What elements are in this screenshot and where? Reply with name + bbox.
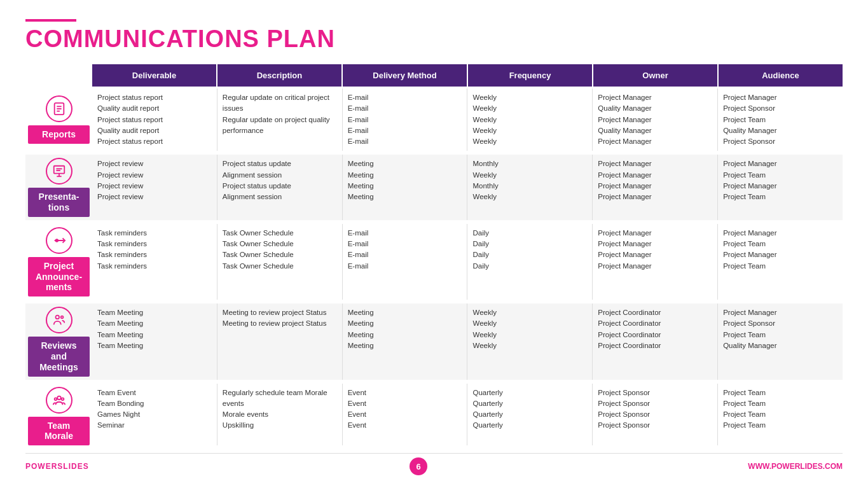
announcements-description: Task Owner ScheduleTask Owner ScheduleTa… (217, 224, 343, 300)
reports-description: Regular update on critical project issue… (217, 88, 343, 151)
footer-left: POWERSLIDES (25, 462, 89, 471)
reports-deliverable: Project status reportQuality audit repor… (92, 88, 217, 151)
header-frequency: Frequency (468, 64, 593, 87)
label-presentations: Presenta-tions (25, 155, 92, 220)
footer-brand-part1: POWER (25, 462, 57, 471)
presentations-icon-circle (46, 158, 72, 185)
reviews-audience: Project ManagerProject SponsorProject Te… (718, 303, 843, 379)
morale-data: Team EventTeam BondingGames NightSeminar… (92, 384, 843, 445)
row-reviews: ReviewsandMeetings Team MeetingTeam Meet… (25, 303, 843, 379)
row-presentations: Presenta-tions Project reviewProject rev… (25, 155, 843, 220)
title-area: COMMUNICATIONS PLAN (25, 19, 843, 53)
reports-audience: Project ManagerProject SponsorProject Te… (718, 88, 843, 151)
reviews-frequency: WeeklyWeeklyWeeklyWeekly (467, 303, 593, 379)
reports-owner: Project ManagerQuality ManagerProject Ma… (593, 88, 718, 151)
header-row: Deliverable Description Delivery Method … (25, 64, 843, 87)
title-part1: COMMUNICATIONS (25, 25, 267, 52)
header-method: Delivery Method (343, 64, 468, 87)
reviews-deliverable: Team MeetingTeam MeetingTeam MeetingTeam… (92, 303, 217, 379)
reports-icon (52, 102, 66, 116)
reports-label: Reports (28, 125, 90, 144)
svg-point-14 (61, 398, 64, 400)
reviews-icon (52, 313, 66, 327)
announcements-icon (52, 234, 66, 247)
presentations-method: MeetingMeetingMeetingMeeting (343, 155, 468, 220)
row-morale: TeamMorale Team EventTeam BondingGames N… (25, 384, 843, 445)
content-section: Deliverable Description Delivery Method … (25, 64, 843, 445)
svg-rect-4 (53, 166, 64, 174)
svg-point-12 (57, 396, 61, 400)
presentations-deliverable: Project reviewProject reviewProject revi… (92, 155, 217, 220)
svg-point-10 (55, 316, 59, 319)
reports-icon-circle (46, 95, 72, 122)
data-rows: Reports Project status reportQuality aud… (25, 88, 843, 445)
morale-label: TeamMorale (28, 417, 90, 445)
reviews-owner: Project CoordinatorProject CoordinatorPr… (593, 303, 718, 379)
page-wrapper: COMMUNICATIONS PLAN Deliverable Descript… (0, 0, 868, 488)
header-owner: Owner (593, 64, 719, 87)
reviews-icon-circle (46, 307, 72, 333)
morale-deliverable: Team EventTeam BondingGames NightSeminar (92, 384, 217, 445)
svg-point-13 (54, 398, 57, 400)
morale-frequency: QuarterlyQuarterlyQuarterlyQuarterly (467, 384, 593, 445)
footer-page: 6 (410, 457, 427, 475)
announcements-method: E-mailE-mailE-mailE-mail (343, 224, 468, 300)
header-spacer (25, 64, 92, 87)
header-description: Description (217, 64, 343, 87)
presentations-description: Project status updateAlignment sessionPr… (217, 155, 343, 220)
morale-method: EventEventEventEvent (343, 384, 468, 445)
morale-description: Regularly schedule team Morale eventsMor… (217, 384, 343, 445)
reports-frequency: WeeklyWeeklyWeeklyWeeklyWeekly (467, 88, 593, 151)
announcements-icon-circle (46, 227, 72, 254)
label-reviews: ReviewsandMeetings (25, 303, 92, 379)
reviews-data: Team MeetingTeam MeetingTeam MeetingTeam… (92, 303, 843, 379)
title-part2: PLAN (267, 25, 335, 52)
row-announcements: ProjectAnnounce-ments Task remindersTask… (25, 224, 843, 300)
footer-url: WWW.POWERLIDES.COM (748, 462, 843, 471)
svg-point-11 (60, 316, 63, 319)
reviews-label: ReviewsandMeetings (28, 337, 90, 376)
reviews-method: MeetingMeetingMeetingMeeting (343, 303, 468, 379)
reports-data: Project status reportQuality audit repor… (92, 88, 843, 151)
header-deliverable: Deliverable (92, 64, 217, 87)
title-line (25, 19, 76, 22)
header-audience: Audience (719, 64, 843, 87)
presentations-data: Project reviewProject reviewProject revi… (92, 155, 843, 220)
presentations-icon (52, 164, 66, 178)
morale-icon (52, 393, 66, 407)
morale-audience: Project TeamProject TeamProject TeamProj… (718, 384, 843, 445)
presentations-audience: Project ManagerProject TeamProject Manag… (718, 155, 843, 220)
announcements-deliverable: Task remindersTask remindersTask reminde… (92, 224, 217, 300)
header-cells: Deliverable Description Delivery Method … (92, 64, 843, 87)
reviews-description: Meeting to review project StatusMeeting … (217, 303, 343, 379)
morale-owner: Project SponsorProject SponsorProject Sp… (593, 384, 718, 445)
reports-method: E-mailE-mailE-mailE-mailE-mail (343, 88, 468, 151)
announcements-label: ProjectAnnounce-ments (28, 257, 90, 296)
row-reports: Reports Project status reportQuality aud… (25, 88, 843, 151)
announcements-frequency: DailyDailyDailyDaily (467, 224, 593, 300)
label-morale: TeamMorale (25, 384, 92, 445)
table-area: Deliverable Description Delivery Method … (25, 64, 843, 445)
label-reports: Reports (25, 88, 92, 151)
label-announcements: ProjectAnnounce-ments (25, 224, 92, 300)
announcements-data: Task remindersTask remindersTask reminde… (92, 224, 843, 300)
footer-brand-part2: SLIDES (57, 462, 88, 471)
announcements-audience: Project ManagerProject TeamProject Manag… (718, 224, 843, 300)
announcements-owner: Project ManagerProject ManagerProject Ma… (593, 224, 718, 300)
footer: POWERSLIDES 6 WWW.POWERLIDES.COM (25, 453, 843, 475)
presentations-frequency: MonthlyWeeklyMonthlyWeekly (467, 155, 593, 220)
main-title: COMMUNICATIONS PLAN (25, 25, 843, 53)
presentations-owner: Project ManagerProject ManagerProject Ma… (593, 155, 718, 220)
presentations-label: Presenta-tions (28, 188, 90, 217)
morale-icon-circle (46, 387, 72, 414)
